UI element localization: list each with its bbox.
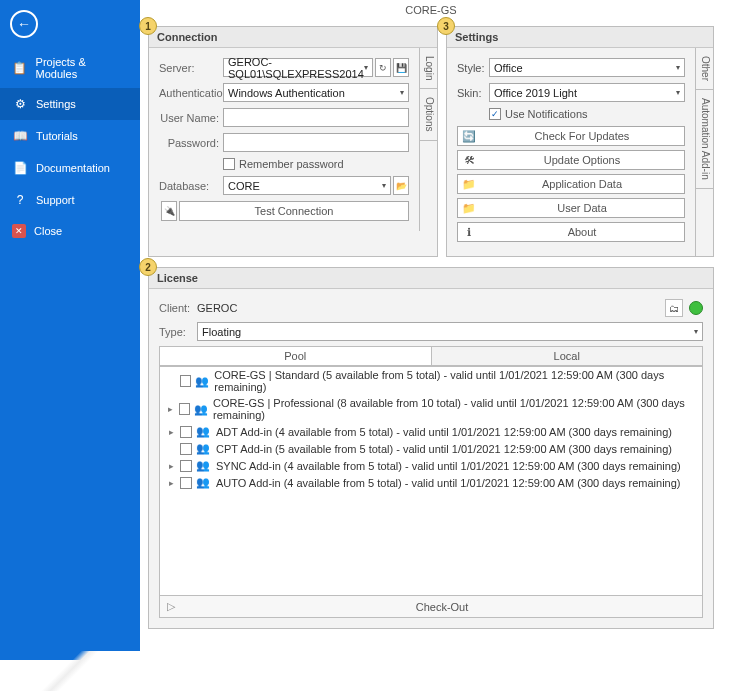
tab-options[interactable]: Options — [420, 89, 437, 140]
settings-header: 3 Settings — [447, 27, 713, 48]
expand-icon[interactable]: ▸ — [166, 461, 176, 471]
chevron-down-icon: ▾ — [382, 181, 386, 190]
skin-label: Skin: — [457, 87, 489, 99]
sidebar-item-documentation[interactable]: 📄 Documentation — [0, 152, 140, 184]
step-badge-1: 1 — [139, 17, 157, 35]
back-button[interactable]: ← — [10, 10, 38, 38]
expand-icon[interactable]: ▸ — [166, 404, 175, 414]
user-input[interactable] — [223, 108, 409, 127]
test-icon-button[interactable]: 🔌 — [161, 201, 177, 221]
connection-side-tabs: Login Options — [419, 48, 437, 231]
license-item[interactable]: ▸👥AUTO Add-in (4 available from 5 total)… — [160, 474, 702, 491]
sidebar-item-label: Tutorials — [36, 130, 78, 142]
skin-select[interactable]: Office 2019 Light▾ — [489, 83, 685, 102]
connection-panel: 1 Connection Server: GEROC-SQL01\SQLEXPR… — [148, 26, 438, 257]
server-select[interactable]: GEROC-SQL01\SQLEXPRESS2014▾ — [223, 58, 373, 77]
license-text: CORE-GS | Professional (8 available from… — [213, 397, 696, 421]
step-badge-2: 2 — [139, 258, 157, 276]
settings-panel: 3 Settings Style: Office▾ Skin: Office 2… — [446, 26, 714, 257]
license-header: 2 License — [149, 268, 713, 289]
sidebar-item-close[interactable]: ✕ Close — [0, 216, 140, 246]
tab-local[interactable]: Local — [432, 347, 703, 365]
refresh-icon: 🔄 — [458, 130, 480, 143]
chevron-down-icon: ▾ — [400, 88, 404, 97]
license-checkbox[interactable] — [180, 477, 192, 489]
db-label: Database: — [159, 180, 223, 192]
type-label: Type: — [159, 326, 197, 338]
license-text: CORE-GS | Standard (5 available from 5 t… — [214, 369, 696, 393]
check-updates-button[interactable]: 🔄Check For Updates — [457, 126, 685, 146]
client-value: GEROC — [197, 302, 665, 314]
sidebar-item-label: Documentation — [36, 162, 110, 174]
tab-automation-addin[interactable]: Automation Add-in — [696, 90, 713, 189]
update-options-button[interactable]: 🛠Update Options — [457, 150, 685, 170]
app-data-button[interactable]: 📁Application Data — [457, 174, 685, 194]
chevron-down-icon: ▾ — [676, 63, 680, 72]
folder-icon: 📁 — [458, 178, 480, 191]
tab-login[interactable]: Login — [420, 48, 437, 89]
license-checkbox[interactable] — [179, 403, 190, 415]
license-type-select[interactable]: Floating▾ — [197, 322, 703, 341]
license-text: CPT Add-in (5 available from 5 total) - … — [216, 443, 672, 455]
sidebar-item-label: Projects & Modules — [36, 56, 128, 80]
settings-side-tabs: Other Automation Add-in — [695, 48, 713, 256]
database-browse-button[interactable]: 📂 — [393, 176, 409, 195]
user-data-button[interactable]: 📁User Data — [457, 198, 685, 218]
license-item[interactable]: 👥CORE-GS | Standard (5 available from 5 … — [160, 367, 702, 395]
step-badge-3: 3 — [437, 17, 455, 35]
expand-icon[interactable]: ▸ — [166, 427, 176, 437]
page-curl-decoration — [0, 651, 140, 691]
license-card-button[interactable]: 🗂 — [665, 299, 683, 317]
expand-icon[interactable]: ▸ — [166, 478, 176, 488]
play-icon: ▷ — [160, 600, 182, 613]
chevron-down-icon: ▾ — [364, 63, 368, 72]
close-icon: ✕ — [12, 224, 26, 238]
style-select[interactable]: Office▾ — [489, 58, 685, 77]
license-item[interactable]: 👥CPT Add-in (5 available from 5 total) -… — [160, 440, 702, 457]
sidebar-item-projects[interactable]: 📋 Projects & Modules — [0, 48, 140, 88]
license-text: ADT Add-in (4 available from 5 total) - … — [216, 426, 672, 438]
pass-label: Password: — [159, 137, 223, 149]
tab-pool[interactable]: Pool — [160, 347, 432, 365]
database-select[interactable]: CORE▾ — [223, 176, 391, 195]
license-checkbox[interactable] — [180, 460, 192, 472]
license-item[interactable]: ▸👥SYNC Add-in (4 available from 5 total)… — [160, 457, 702, 474]
clipboard-icon: 📋 — [12, 60, 28, 76]
license-item[interactable]: ▸👥ADT Add-in (4 available from 5 total) … — [160, 423, 702, 440]
sidebar-item-label: Close — [34, 225, 62, 237]
status-indicator — [689, 301, 703, 315]
server-refresh-button[interactable]: ↻ — [375, 58, 391, 77]
auth-label: Authentication: — [159, 87, 223, 99]
sidebar-item-label: Settings — [36, 98, 76, 110]
book-icon: 📖 — [12, 128, 28, 144]
license-item[interactable]: ▸👥CORE-GS | Professional (8 available fr… — [160, 395, 702, 423]
checkout-button[interactable]: ▷ Check-Out — [159, 596, 703, 618]
sidebar-item-tutorials[interactable]: 📖 Tutorials — [0, 120, 140, 152]
license-checkbox[interactable] — [180, 426, 192, 438]
server-save-button[interactable]: 💾 — [393, 58, 409, 77]
license-checkbox[interactable] — [180, 375, 192, 387]
test-connection-button[interactable]: Test Connection — [179, 201, 409, 221]
app-title: CORE-GS — [140, 4, 722, 22]
users-icon: 👥 — [194, 403, 209, 416]
tools-icon: 🛠 — [458, 154, 480, 166]
folder-icon: 📁 — [458, 202, 480, 215]
license-list[interactable]: 👥CORE-GS | Standard (5 available from 5 … — [159, 366, 703, 596]
notifications-checkbox[interactable]: ✓ — [489, 108, 501, 120]
sidebar-item-settings[interactable]: ⚙ Settings — [0, 88, 140, 120]
remember-checkbox[interactable] — [223, 158, 235, 170]
tab-other[interactable]: Other — [696, 48, 713, 90]
main-area: 1 Connection Server: GEROC-SQL01\SQLEXPR… — [140, 22, 722, 683]
users-icon: 👥 — [196, 425, 212, 438]
server-label: Server: — [159, 62, 223, 74]
chevron-down-icon: ▾ — [676, 88, 680, 97]
license-checkbox[interactable] — [180, 443, 192, 455]
license-tabs: Pool Local — [159, 346, 703, 366]
about-button[interactable]: ℹAbout — [457, 222, 685, 242]
checkout-label: Check-Out — [182, 601, 702, 613]
license-text: AUTO Add-in (4 available from 5 total) -… — [216, 477, 681, 489]
password-input[interactable] — [223, 133, 409, 152]
auth-select[interactable]: Windows Authentication▾ — [223, 83, 409, 102]
license-title: License — [157, 272, 198, 284]
sidebar-item-support[interactable]: ? Support — [0, 184, 140, 216]
